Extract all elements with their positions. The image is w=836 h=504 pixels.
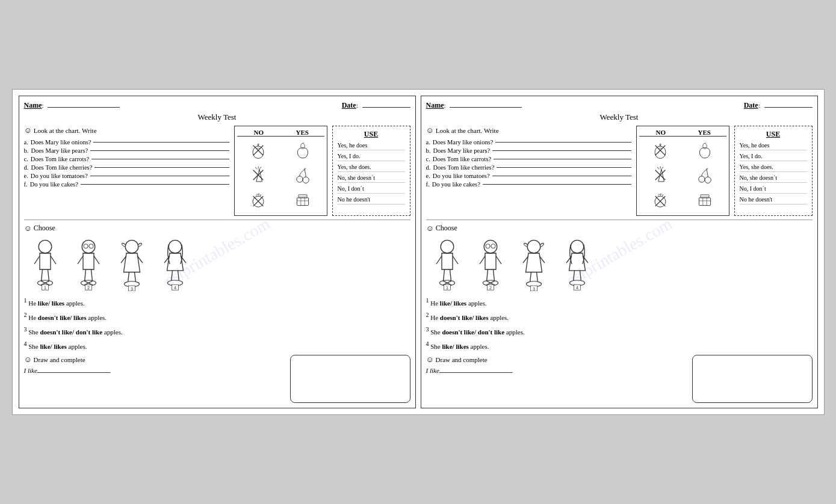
carrot-no-left xyxy=(237,164,280,186)
name-label-right: Name xyxy=(426,101,444,109)
character-2-right: 2 xyxy=(469,237,512,291)
onion-no-left xyxy=(237,139,280,162)
num-2-left: 2 xyxy=(24,312,27,318)
question-f-left: f. Do you like cakes? xyxy=(24,181,229,188)
name-colon-left: : xyxy=(42,102,44,109)
q-label-c-left: c. xyxy=(24,156,28,162)
cherry-yes-right xyxy=(683,164,726,186)
q-text-a-left: Does Mary like onions? xyxy=(31,139,91,146)
sentence-3-left: 3 She doesn't like/ don't like apples. xyxy=(24,325,410,337)
use-title-right: USE xyxy=(740,130,807,139)
answer-b-right xyxy=(492,150,631,151)
svg-line-78 xyxy=(443,269,444,280)
q-text-e-left: Do you like tomatoes? xyxy=(31,173,88,179)
character-1-left: 1 xyxy=(24,237,66,291)
use-item-1-right: Yes, I do. xyxy=(740,153,807,161)
use-item-2-left: Yes, she does. xyxy=(338,164,405,172)
name-field-right: Name: xyxy=(426,101,522,110)
q-label-d-left: d. xyxy=(24,164,29,171)
use-item-0-left: Yes, he does xyxy=(338,142,405,150)
svg-line-102 xyxy=(536,272,537,281)
date-label-right: Date xyxy=(744,101,758,109)
svg-point-18 xyxy=(39,240,52,253)
svg-point-75 xyxy=(441,240,454,253)
question-a-right: a. Does Mary like onions? xyxy=(426,139,631,146)
answer-e-right xyxy=(492,176,631,176)
use-title-left: USE xyxy=(338,130,405,139)
date-colon-left: : xyxy=(356,102,358,109)
svg-point-3 xyxy=(301,143,305,149)
header-left: Name: Date: xyxy=(24,101,410,110)
svg-line-90 xyxy=(496,256,501,264)
svg-point-7 xyxy=(297,176,303,182)
q-text-d-left: Does Tom like cherries? xyxy=(31,164,92,171)
question-b-left: b. Does Mary like pears? xyxy=(24,147,229,154)
chart-left: NO YES xyxy=(234,126,327,216)
choice-1-left: like/ likes xyxy=(38,299,64,306)
questions-right: ☺ Look at the chart. Write a. Does Mary … xyxy=(426,126,631,216)
answer-a-right xyxy=(495,142,631,143)
svg-line-22 xyxy=(48,269,49,280)
page-wrapper: eslprintables.com Name: Date: Weekly Tes… xyxy=(12,89,825,416)
instruction-right: ☺ Look at the chart. Write xyxy=(426,126,631,135)
svg-rect-12 xyxy=(297,197,308,205)
question-a-left: a. Does Mary like onions? xyxy=(24,139,229,146)
svg-point-86 xyxy=(485,244,489,248)
q-text-f-right: Do you like cakes? xyxy=(432,181,480,188)
q-text-e-right: Do you like tomatoes? xyxy=(433,173,490,179)
use-box-left: USE Yes, he does Yes, I do. Yes, she doe… xyxy=(332,126,410,216)
svg-point-30 xyxy=(88,244,93,248)
divider-left xyxy=(24,220,410,220)
svg-text:1: 1 xyxy=(446,285,448,290)
chart-row-2-left xyxy=(237,164,324,186)
choose-section-right: ☺ Choose 1 xyxy=(426,224,813,404)
chart-no-left: NO xyxy=(237,129,281,136)
svg-line-20 xyxy=(51,256,56,264)
svg-line-109 xyxy=(573,270,574,280)
i-like-text-left: I like xyxy=(24,367,37,374)
q-text-c-right: Does Tom like carrots? xyxy=(433,156,491,162)
svg-line-34 xyxy=(84,269,85,280)
chart-yes-left: YES xyxy=(280,129,324,136)
characters-right: 1 xyxy=(426,237,813,291)
character-4-left: 4 xyxy=(154,237,196,291)
sentence-3-right: 3 She doesn't like/ don't like apples. xyxy=(426,325,813,337)
q-text-f-left: Do you like cakes? xyxy=(30,181,78,188)
divider-right xyxy=(426,220,813,220)
smiley-3-right: ☺ xyxy=(426,355,434,364)
use-item-2-right: Yes, she does. xyxy=(740,164,807,172)
answer-c-left xyxy=(91,159,229,159)
use-item-4-left: No, I don´t xyxy=(338,185,405,194)
use-item-0-right: Yes, he does xyxy=(740,142,807,150)
worksheet-right: eslprintables.com Name: Date: Weekly Tes… xyxy=(421,96,818,409)
choice-4-right: like/ likes xyxy=(442,343,469,350)
question-d-right: d. Does Tom like cherries? xyxy=(426,164,631,171)
svg-point-87 xyxy=(491,244,495,248)
use-item-1-left: Yes, I do. xyxy=(338,153,405,161)
header-right: Name: Date: xyxy=(426,101,813,110)
svg-text:3: 3 xyxy=(533,286,535,291)
onion-no-right xyxy=(639,139,683,162)
q-text-b-right: Does Mary like pears? xyxy=(433,147,490,154)
worksheet-left: eslprintables.com Name: Date: Weekly Tes… xyxy=(19,96,416,409)
svg-text:1: 1 xyxy=(44,285,46,290)
num-4-left: 4 xyxy=(24,340,27,347)
svg-rect-69 xyxy=(699,197,710,205)
sentence-4-left: 4 She like/ likes apples. xyxy=(24,339,410,351)
svg-point-106 xyxy=(571,240,584,253)
name-field-left: Name: xyxy=(24,101,120,110)
choose-label-right: ☺ Choose xyxy=(426,224,813,233)
draw-label-right: ☺ Draw and complete xyxy=(426,355,687,364)
num-3-right: 3 xyxy=(426,326,429,333)
choice-2-right: doesn't like/ likes xyxy=(440,314,489,321)
pear-yes-left xyxy=(281,139,324,162)
name-line-left xyxy=(48,107,120,108)
title-right: Weekly Test xyxy=(426,112,813,122)
svg-point-60 xyxy=(703,143,707,149)
svg-line-21 xyxy=(41,269,42,280)
answer-f-right xyxy=(483,184,631,185)
character-3-right: 3 xyxy=(513,237,555,291)
chart-row-1-right xyxy=(639,139,726,162)
answer-b-left xyxy=(90,150,229,151)
tomato-no-right xyxy=(639,188,683,211)
